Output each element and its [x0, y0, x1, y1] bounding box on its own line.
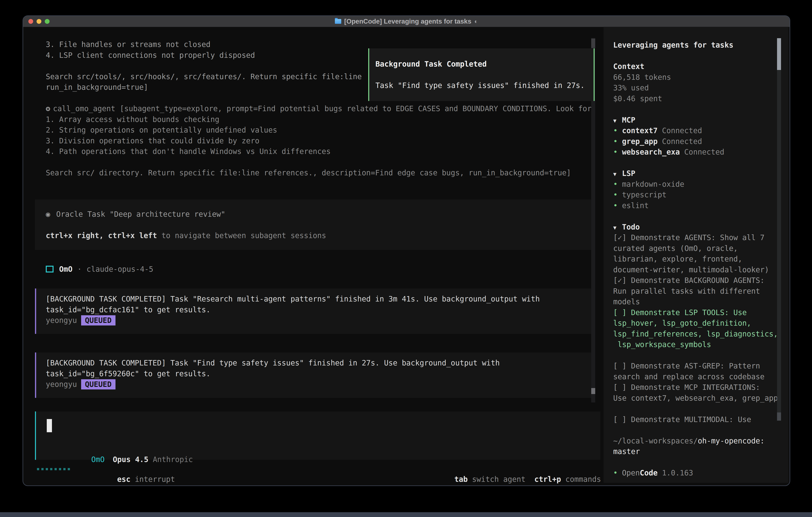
record-icon: ◉	[46, 210, 50, 219]
oracle-title-text: Oracle Task "Deep architecture review"	[56, 210, 225, 219]
tool-call-line: 3. Division operations that could divide…	[46, 136, 591, 146]
app-version: 1.0.163	[662, 469, 693, 477]
titlebar[interactable]: [OpenCode] Leveraging agents for tasks ◐	[23, 16, 790, 27]
blank-line	[613, 404, 778, 414]
todo-line-active: lsp_workspace_symbols	[613, 339, 778, 350]
blank-line	[46, 220, 591, 230]
message-line: task_id="bg_6f59260c" to get results.	[46, 369, 591, 379]
ctrlp-action-label: commands	[566, 475, 601, 484]
green-dot-icon: •	[613, 125, 622, 136]
todo-header-label: Todo	[622, 223, 640, 231]
chat-line: 4. LSP client connections not properly d…	[46, 50, 362, 61]
status-badge: QUEUED	[81, 315, 115, 325]
sidebar-scrollbar-end	[777, 412, 781, 420]
chat-area: 3. File handles or streams not closed 4.…	[23, 27, 603, 485]
agent-name: OmO	[59, 265, 72, 273]
green-dot-icon: •	[613, 136, 622, 147]
input-model-label[interactable]: Opus 4.5	[113, 455, 148, 464]
todo-section-header[interactable]: ▼Todo	[613, 222, 778, 233]
message-meta: yeongyuQUEUED	[46, 315, 591, 326]
input-provider-label: Anthropic	[153, 455, 193, 464]
message-block[interactable]: [BACKGROUND TASK COMPLETED] Task "Resear…	[35, 289, 591, 334]
mcp-name: websearch_exa	[622, 148, 680, 156]
mcp-status: Connected	[662, 126, 702, 135]
todo-line: [ ] Demonstrate MULTIMODAL: Use	[613, 414, 778, 425]
tool-call-line: Search src/ directory. Return specific f…	[46, 167, 591, 178]
agent-square-icon	[46, 266, 54, 272]
green-dot-icon: •	[613, 200, 622, 211]
dock-edge	[0, 512, 812, 517]
lsp-name: eslint	[622, 201, 649, 210]
sidebar-scrollbar[interactable]	[777, 38, 781, 420]
todo-line: Use context7, websearch_exa, grep_app	[613, 393, 778, 404]
mcp-section-header[interactable]: ▼MCP	[613, 115, 778, 126]
blank-line	[46, 157, 591, 168]
todo-line: [✓] Demonstrate AGENTS: Show all 7	[613, 232, 778, 243]
context-tokens: 66,518 tokens	[613, 72, 778, 83]
input-agent-label[interactable]: OmO	[91, 455, 105, 464]
todo-line-active: [ ] Demonstrate LSP TOOLS: Use	[613, 307, 778, 318]
sidebar-scrollbar-thumb[interactable]	[777, 38, 781, 70]
session-title: Leveraging agents for tasks	[613, 40, 778, 51]
todo-line-active: lsp_find_references, lsp_diagnostics,	[613, 329, 778, 339]
tool-call-block: ⚙call_omo_agent [subagent_type=explore, …	[46, 103, 591, 178]
lsp-item: •eslint	[613, 200, 778, 211]
blank-line	[613, 425, 778, 436]
tab-action-label: switch agent	[472, 475, 525, 484]
session-sidebar: Leveraging agents for tasks Context 66,5…	[604, 27, 788, 483]
blank-line	[613, 457, 778, 468]
window-title: [OpenCode] Leveraging agents for tasks	[344, 18, 471, 25]
todo-line-active: lsp_hover, lsp_goto_definition,	[613, 318, 778, 329]
git-branch: master	[613, 446, 778, 457]
lsp-name: markdown-oxide	[622, 180, 684, 189]
todo-line: [ ] Demonstrate MCP INTEGRATIONS:	[613, 382, 778, 393]
tool-call-line: 2. String operations on potentially unde…	[46, 125, 591, 136]
repo-name: oh-my-opencode:	[698, 437, 764, 445]
todo-line: Run parallel tasks with different	[613, 286, 778, 297]
tab-key-hint: tab	[454, 475, 468, 484]
chat-line: 3. File handles or streams not closed	[46, 39, 362, 50]
separator-dot: ·	[77, 265, 82, 273]
ctrlp-key-hint: ctrl+p	[534, 475, 561, 484]
tool-call-header: ⚙call_omo_agent [subagent_type=explore, …	[46, 103, 591, 114]
oracle-task-title: ◉Oracle Task "Deep architecture review"	[46, 209, 591, 220]
blank-line	[613, 350, 778, 361]
mcp-status: Connected	[684, 148, 724, 156]
mcp-name: context7	[622, 126, 658, 135]
statusbar-left: escinterrupt	[82, 466, 175, 475]
agent-header: OmO · claude-opus-4-5	[46, 263, 153, 275]
opencode-window: [OpenCode] Leveraging agents for tasks ◐…	[23, 16, 790, 486]
chat-scrollbar-thumb-top[interactable]	[591, 38, 595, 48]
message-meta: yeongyuQUEUED	[46, 379, 591, 390]
notification-title: Background Task Completed	[375, 59, 593, 70]
chat-line: run_in_background=true]	[46, 82, 362, 93]
esc-action-label: interrupt	[135, 475, 175, 484]
mcp-item: •grep_appConnected	[613, 136, 778, 147]
app-name-bold: Code	[640, 469, 658, 477]
blank-line	[613, 51, 778, 61]
todo-line: librarian, explore, frontend,	[613, 254, 778, 265]
mcp-item: •context7Connected	[613, 125, 778, 136]
sidebar-content: Leveraging agents for tasks Context 66,5…	[613, 40, 778, 479]
green-dot-icon: •	[613, 468, 622, 479]
agent-model: claude-opus-4-5	[87, 265, 153, 273]
green-dot-icon: •	[613, 190, 622, 200]
blank-line	[375, 70, 593, 80]
tool-call-line: 1. Array access without bounds checking	[46, 114, 591, 125]
lsp-item: •typescript	[613, 190, 778, 200]
message-block[interactable]: [BACKGROUND TASK COMPLETED] Task "Find t…	[35, 352, 591, 398]
lsp-name: typescript	[622, 191, 667, 199]
workspace-path: ~/local-workspaces/oh-my-opencode:	[613, 436, 778, 446]
mcp-status: Connected	[662, 137, 702, 146]
todo-line: [ ] Demonstrate AST-GREP: Pattern	[613, 361, 778, 372]
statusbar-right: tabswitch agentctrl+pcommands	[419, 466, 601, 475]
mcp-item: •websearch_exaConnected	[613, 147, 778, 158]
spinner-dots	[37, 468, 72, 470]
prompt-input[interactable]: OmOOpus 4.5Anthropic	[35, 411, 601, 460]
lsp-section-header[interactable]: ▼LSP	[613, 168, 778, 179]
todo-line: document-writer, multimodal-looker)	[613, 265, 778, 275]
oracle-task-panel[interactable]: ◉Oracle Task "Deep architecture review" …	[35, 199, 591, 250]
gear-icon: ⚙	[46, 104, 50, 113]
chat-scrollbar-thumb[interactable]	[591, 388, 595, 394]
text-cursor	[47, 419, 52, 432]
